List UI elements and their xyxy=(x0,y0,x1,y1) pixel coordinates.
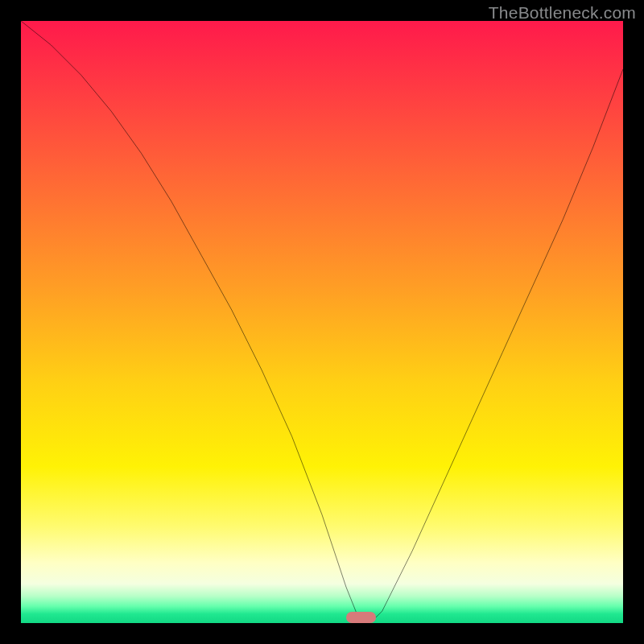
chart-stage: TheBottleneck.com xyxy=(0,0,644,644)
bottleneck-curve xyxy=(21,21,623,623)
optimal-marker xyxy=(346,612,376,623)
plot-area xyxy=(21,21,623,623)
watermark-text: TheBottleneck.com xyxy=(489,3,636,23)
